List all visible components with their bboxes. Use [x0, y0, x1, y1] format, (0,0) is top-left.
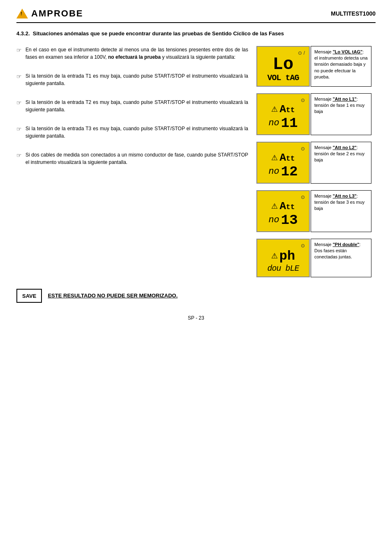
lcd3-number: 12 [281, 164, 298, 180]
lcd5-bottom-row: dou bLE [261, 264, 305, 273]
bullet-icon-1: ☞ [16, 46, 23, 61]
lcd2-att-text: Att [279, 103, 295, 115]
display-block-5: ⊙ ⚠ ph dou bLE Mensaje "PH double": Dos … [256, 239, 376, 277]
lcd4-top-row: ⚠ Att [261, 200, 305, 212]
bullet-text-5: Si dos cables de medida son conectados a… [25, 151, 248, 166]
msg1-title: Mensaje "Lo VOL tAG": [314, 49, 364, 54]
page-footer: SP - 23 [16, 315, 376, 321]
display-block-4: ⊙ ⚠ Att no 13 Mensaje "Att no L3": tensi… [256, 190, 376, 232]
msg4-title: Mensaje "Att no L3": tensión de fase 3 e… [314, 193, 364, 211]
bullet-text-2: Si la tensión de la entrada T1 es muy ba… [25, 72, 248, 87]
bullet-text-1: En el caso en que el instrumento detecte… [25, 46, 248, 61]
message-box-1: Mensaje "Lo VOL tAG": el instrumento det… [311, 46, 371, 87]
lcd5-top-icon: ⊙ [301, 243, 305, 249]
lcd2-no-text: no [268, 118, 279, 128]
display-block-1: ⊙ / Lo VOL tAG Mensaje "Lo VOL tAG": el … [256, 46, 376, 87]
lcd2-number: 11 [281, 115, 298, 131]
bullet-item-3: ☞ Si la tensión de la entrada T2 es muy … [16, 99, 248, 113]
bullet-icon-4: ☞ [16, 125, 23, 140]
save-button-label: SAVE [22, 293, 36, 299]
save-box: SAVE [16, 289, 42, 303]
save-section: SAVE ESTE RESULTADO NO PUEDE SER MEMORIZ… [16, 289, 376, 303]
lcd3-bottom-row: no 12 [261, 164, 305, 180]
message-box-2: Mensaje "Att no L1": tensión de fase 1 e… [311, 93, 371, 135]
msg2-title: Mensaje "Att no L1": tensión de fase 1 e… [314, 97, 364, 114]
lcd4-no-text: no [268, 215, 279, 225]
lcd2-top-row: ⚠ Att [261, 103, 305, 115]
lcd3-no-text: no [268, 166, 279, 177]
lcd5-top-row: ⚠ ph [261, 249, 305, 264]
product-name: MULTITEST1000 [331, 10, 376, 17]
bullet-item-1: ☞ En el caso en que el instrumento detec… [16, 46, 248, 61]
lcd1-bottom-text: VOL tAG [267, 73, 299, 83]
page-number: SP - 23 [188, 315, 204, 321]
lcd4-att-text: Att [279, 200, 295, 212]
bullet-icon-5: ☞ [16, 151, 23, 166]
lcd-screen-1: ⊙ / Lo VOL tAG [256, 46, 310, 87]
lcd4-top-icon: ⊙ [301, 194, 305, 200]
lcd-screen-5: ⊙ ⚠ ph dou bLE [256, 239, 310, 277]
lcd5-warning-icon: ⚠ [271, 251, 278, 260]
msg5-title: Mensaje "PH double": Dos fases están con… [314, 242, 361, 260]
lcd3-att-text: Att [279, 152, 295, 164]
lcd2-warning-icon: ⚠ [271, 105, 278, 114]
lcd3-top-icon: ⊙ [301, 146, 305, 152]
save-message: ESTE RESULTADO NO PUEDE SER MEMORIZADO. [48, 292, 178, 299]
lcd3-warning-icon: ⚠ [271, 153, 278, 162]
lcd-screen-3: ⊙ ⚠ Att no 12 [256, 142, 310, 184]
lcd2-bottom-row: no 11 [261, 115, 305, 131]
lcd4-number: 13 [281, 212, 298, 228]
lcd4-warning-icon: ⚠ [271, 202, 278, 211]
msg1-body: el instrumento detecta una tensión demas… [314, 55, 368, 79]
lcd5-ph-text: ph [279, 249, 295, 264]
logo-area: AMPROBE [16, 8, 83, 19]
bullet-icon-2: ☞ [16, 72, 23, 87]
message-box-4: Mensaje "Att no L3": tensión de fase 3 e… [311, 190, 371, 232]
lcd3-top-row: ⚠ Att [261, 152, 305, 164]
logo-triangle-icon [16, 9, 28, 18]
lcd-screen-4: ⊙ ⚠ Att no 13 [256, 190, 310, 232]
lcd4-bottom-row: no 13 [261, 212, 305, 228]
logo-text: AMPROBE [31, 8, 83, 19]
bullet-item-4: ☞ Si la tensión de la entrada T3 es muy … [16, 125, 248, 140]
bullet-item-2: ☞ Si la tensión de la entrada T1 es muy … [16, 72, 248, 87]
content-area: ☞ En el caso en que el instrumento detec… [16, 46, 376, 279]
left-column: ☞ En el caso en que el instrumento detec… [16, 46, 248, 279]
bullet-text-4: Si la tensión de la entrada T3 es muy ba… [25, 125, 248, 140]
bullet-icon-3: ☞ [16, 99, 23, 113]
page-header: AMPROBE MULTITEST1000 [16, 8, 376, 23]
bullet-item-5: ☞ Si dos cables de medida son conectados… [16, 151, 248, 166]
lcd2-top-icon: ⊙ [301, 97, 305, 103]
message-box-5: Mensaje "PH double": Dos fases están con… [311, 239, 371, 277]
msg3-title: Mensaje "Att no L2": tensión de fase 2 e… [314, 145, 364, 163]
display-block-2: ⊙ ⚠ Att no 11 Mensaje "Att no L1": tensi… [256, 93, 376, 135]
lcd1-top-icon: ⊙ / [298, 50, 305, 56]
display-block-3: ⊙ ⚠ Att no 12 Mensaje "Att no L2": tensi… [256, 142, 376, 184]
message-box-3: Mensaje "Att no L2": tensión de fase 2 e… [311, 142, 371, 184]
lcd-screen-2: ⊙ ⚠ Att no 11 [256, 93, 310, 135]
section-title: 4.3.2. Situaciones anómalas que se puede… [16, 30, 376, 38]
bullet-text-3: Si la tensión de la entrada T2 es muy ba… [25, 99, 248, 113]
lcd1-top-text: Lo [273, 56, 293, 73]
right-column: ⊙ / Lo VOL tAG Mensaje "Lo VOL tAG": el … [256, 46, 376, 279]
lcd5-double-text: dou bLE [267, 264, 299, 273]
